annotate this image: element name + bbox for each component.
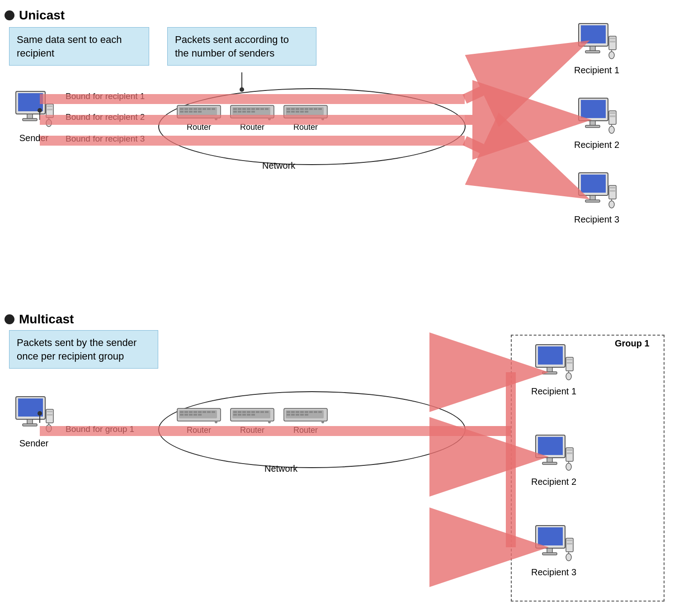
svg-rect-55 (305, 111, 308, 113)
multicast-router-1-label: Router (187, 426, 211, 435)
svg-point-82 (609, 201, 614, 208)
svg-rect-78 (585, 200, 600, 202)
svg-rect-112 (238, 411, 241, 413)
svg-rect-36 (238, 111, 241, 113)
svg-rect-100 (203, 411, 206, 413)
multicast-router-2: Router (230, 405, 275, 435)
svg-rect-142 (538, 346, 563, 365)
svg-rect-87 (23, 424, 37, 426)
svg-rect-134 (318, 411, 322, 413)
router-icon-1 (176, 102, 222, 122)
svg-rect-153 (542, 462, 557, 464)
multicast-recipient-1: Recipient 1 (531, 344, 576, 397)
svg-point-7 (46, 119, 52, 127)
unicast-router-1: Router (176, 102, 222, 132)
svg-rect-97 (189, 411, 193, 413)
svg-rect-107 (198, 414, 202, 416)
svg-rect-162 (542, 553, 557, 555)
svg-rect-19 (180, 111, 184, 113)
unicast-recipient-3: Recipient 3 (574, 172, 619, 225)
svg-line-181 (465, 141, 572, 191)
svg-rect-5 (47, 105, 52, 107)
recipient-3-computer-icon (576, 172, 617, 213)
svg-rect-31 (251, 108, 255, 110)
svg-rect-99 (198, 411, 202, 413)
svg-line-179 (465, 49, 572, 99)
svg-point-40 (268, 118, 271, 120)
svg-point-24 (215, 118, 217, 120)
svg-rect-120 (238, 414, 241, 416)
svg-rect-28 (238, 108, 241, 110)
svg-rect-58 (581, 25, 606, 43)
svg-rect-39 (251, 111, 255, 113)
svg-rect-37 (242, 111, 246, 113)
unicast-recipient-3-label: Recipient 3 (574, 214, 619, 225)
svg-rect-135 (287, 414, 290, 416)
svg-rect-81 (610, 190, 615, 192)
multicast-router-3-label: Router (293, 426, 318, 435)
multicast-sender: Sender (14, 396, 54, 449)
svg-rect-104 (184, 414, 188, 416)
svg-rect-139 (305, 414, 308, 416)
svg-rect-46 (300, 108, 304, 110)
mcast-router-icon-3 (283, 405, 328, 425)
unicast-routers: Router Router (176, 102, 328, 132)
svg-rect-102 (212, 411, 215, 413)
unicast-router-3-label: Router (293, 123, 318, 132)
unicast-info-network: Packets sent according to the number of … (167, 27, 316, 66)
svg-rect-160 (538, 527, 563, 545)
unicast-router-2: Router (230, 102, 275, 132)
svg-rect-6 (47, 109, 52, 110)
svg-rect-72 (610, 115, 615, 117)
svg-point-140 (321, 421, 324, 423)
svg-rect-22 (193, 111, 197, 113)
svg-rect-137 (296, 414, 299, 416)
multicast-routers: Router Router (176, 405, 328, 435)
mcast-recipient-1-icon (533, 344, 574, 384)
svg-rect-35 (233, 111, 237, 113)
multicast-sender-computer-icon (14, 396, 54, 436)
svg-rect-71 (610, 112, 615, 114)
svg-rect-30 (247, 108, 250, 110)
unicast-sender: Sender (14, 90, 54, 143)
svg-rect-95 (180, 411, 184, 413)
svg-rect-113 (242, 411, 246, 413)
mcast-recipient-3-icon (533, 525, 574, 565)
router-icon-2 (230, 102, 275, 122)
svg-rect-20 (184, 111, 188, 113)
router-icon-3 (283, 102, 328, 122)
svg-point-172 (240, 87, 244, 92)
multicast-recipient-3: Recipient 3 (531, 525, 576, 578)
svg-rect-151 (538, 437, 563, 455)
svg-rect-43 (287, 108, 290, 110)
svg-rect-67 (581, 100, 606, 118)
svg-rect-164 (567, 540, 572, 541)
unicast-router-3: Router (283, 102, 328, 132)
multicast-group-label: Group 1 (615, 338, 650, 349)
svg-rect-121 (242, 414, 246, 416)
svg-rect-1 (18, 93, 43, 111)
mcast-router-icon-2 (230, 405, 275, 425)
svg-rect-101 (207, 411, 211, 413)
unicast-dot (5, 10, 14, 20)
svg-point-157 (566, 463, 571, 470)
svg-point-91 (46, 425, 52, 432)
svg-rect-48 (309, 108, 313, 110)
svg-rect-130 (300, 411, 304, 413)
svg-rect-89 (47, 411, 52, 412)
svg-rect-96 (184, 411, 188, 413)
svg-rect-49 (314, 108, 317, 110)
svg-rect-54 (300, 111, 304, 113)
multicast-network-label: Network (264, 464, 297, 474)
unicast-router-2-label: Router (240, 123, 264, 132)
svg-rect-17 (207, 108, 211, 110)
svg-rect-29 (242, 108, 246, 110)
svg-rect-45 (296, 108, 299, 110)
svg-point-148 (566, 373, 571, 380)
svg-rect-116 (256, 411, 259, 413)
svg-rect-80 (610, 187, 615, 189)
multicast-router-3: Router (283, 405, 328, 435)
svg-rect-16 (203, 108, 206, 110)
svg-rect-111 (233, 411, 237, 413)
recipient-2-computer-icon (576, 97, 617, 138)
